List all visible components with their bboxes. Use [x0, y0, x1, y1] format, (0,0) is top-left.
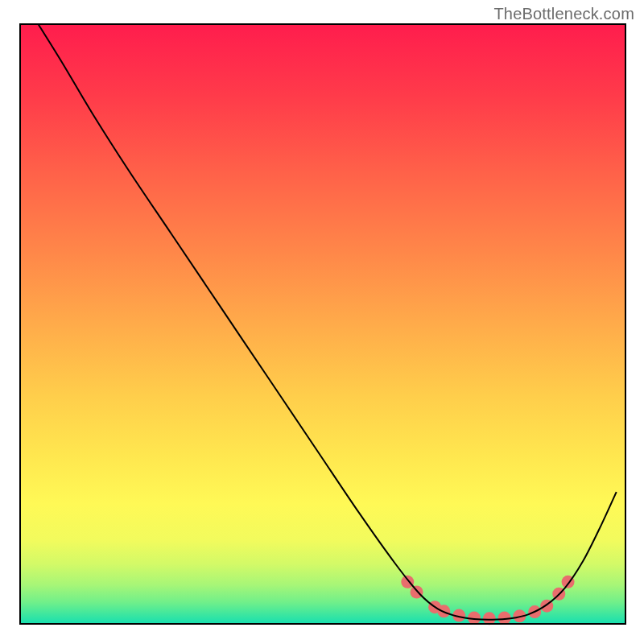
curve-marker: [483, 612, 496, 625]
chart-container: TheBottleneck.com: [0, 0, 644, 644]
watermark-text: TheBottleneck.com: [493, 5, 634, 23]
bottleneck-curve-chart: [0, 0, 644, 644]
plot-background: [20, 24, 625, 624]
curve-marker: [411, 586, 423, 599]
